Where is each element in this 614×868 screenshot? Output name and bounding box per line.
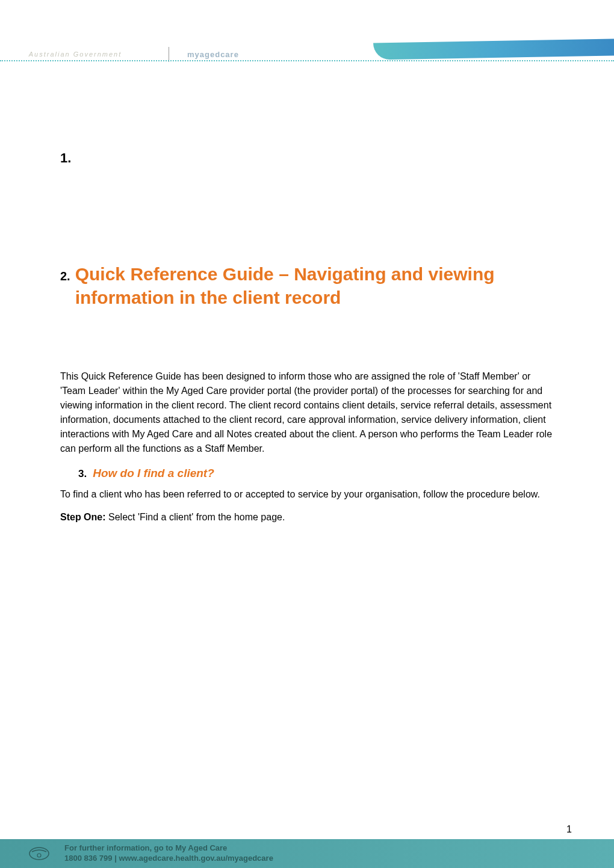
footer-text-line1: For further information, go to My Aged C… [64, 843, 273, 854]
phone-icon-svg [28, 847, 50, 860]
step-one-label: Step One: [60, 512, 106, 522]
svg-point-1 [37, 854, 41, 857]
footer-text: For further information, go to My Aged C… [64, 843, 273, 864]
main-title: Quick Reference Guide – Navigating and v… [75, 262, 554, 309]
main-title-row: 2. Quick Reference Guide – Navigating an… [60, 262, 554, 309]
section-heading-row: 3. How do I find a client? [78, 467, 554, 480]
step-one-instruction: Step One: Select 'Find a client' from th… [60, 510, 554, 525]
logo-left-text: Australian Government [29, 51, 122, 58]
footer-text-line2: 1800 836 799 | www.agedcare.health.gov.a… [64, 854, 273, 864]
list-number-1: 1. [60, 150, 554, 166]
footer-banner: For further information, go to My Aged C… [0, 839, 614, 868]
header-dotted-line [0, 60, 614, 61]
list-number-3: 3. [78, 468, 87, 480]
intro-paragraph: This Quick Reference Guide has been desi… [60, 369, 554, 456]
section-heading: How do I find a client? [93, 467, 214, 480]
myagedcare-logo: myagedcare [187, 47, 296, 62]
step-one-text: Select 'Find a client' from the home pag… [106, 512, 285, 522]
list-number-2: 2. [60, 269, 70, 283]
phone-icon [27, 846, 51, 861]
header-divider [169, 47, 169, 62]
page-number: 1 [566, 824, 572, 835]
body-text-find-client: To find a client who has been referred t… [60, 487, 554, 502]
logo-center-text: myagedcare [187, 50, 239, 59]
document-content: 1. 2. Quick Reference Guide – Navigating… [60, 150, 554, 525]
